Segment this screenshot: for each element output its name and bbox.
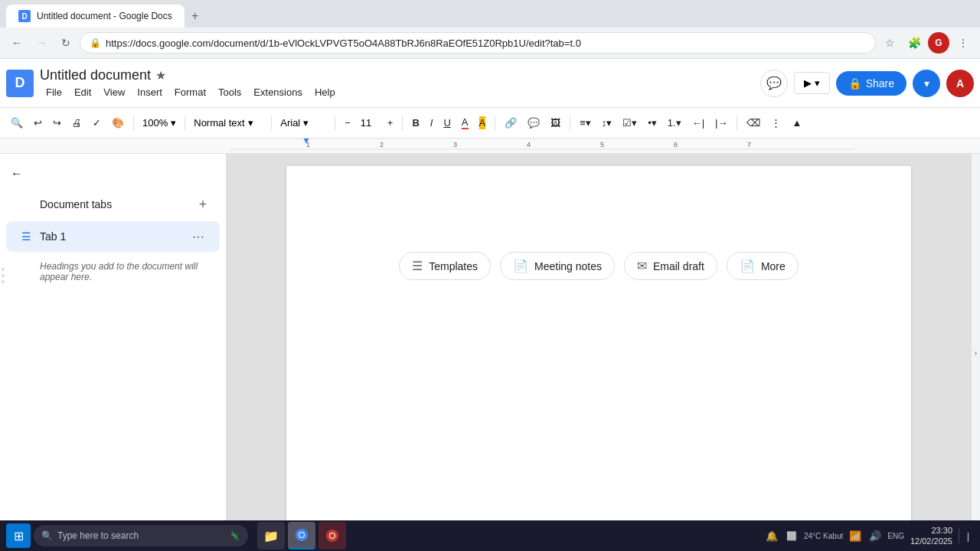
menu-view[interactable]: View bbox=[97, 85, 131, 99]
svg-text:7: 7 bbox=[747, 141, 751, 148]
comment-button[interactable]: 💬 bbox=[760, 70, 788, 97]
font-size-value: 11 bbox=[361, 117, 371, 129]
chrome2-icon bbox=[325, 529, 339, 543]
back-button[interactable]: ← bbox=[6, 32, 28, 54]
taskbar: ⊞ 🔍 Type here to search 🦎 📁 🔔 ⬜ 24°C Kab bbox=[0, 520, 980, 551]
bookmark-button[interactable]: ☆ bbox=[879, 32, 900, 54]
menu-insert[interactable]: Insert bbox=[131, 85, 168, 99]
tab1-item[interactable]: ☰ Tab 1 ⋯ bbox=[6, 221, 220, 252]
italic-button[interactable]: I bbox=[426, 112, 438, 134]
undo-button[interactable]: ↩ bbox=[29, 112, 47, 134]
email-draft-icon: ✉ bbox=[637, 259, 647, 273]
underline-button[interactable]: U bbox=[439, 112, 455, 134]
page-margin-indicator bbox=[0, 0, 6, 551]
doc-area[interactable]: ☰ Templates 📄 Meeting notes ✉ Email draf… bbox=[227, 154, 971, 551]
email-draft-chip[interactable]: ✉ Email draft bbox=[624, 252, 717, 280]
search-mascot: 🦎 bbox=[229, 530, 240, 541]
share-button[interactable]: 🔒 Share bbox=[836, 71, 906, 96]
extensions-button[interactable]: 🧩 bbox=[903, 32, 925, 54]
browser-tab[interactable]: D Untitled document - Google Docs bbox=[6, 5, 185, 28]
show-desktop-button[interactable]: | bbox=[959, 528, 974, 543]
new-tab-button[interactable]: + bbox=[188, 8, 203, 24]
template-chip[interactable]: ☰ Templates bbox=[399, 252, 491, 280]
link-button[interactable]: 🔗 bbox=[500, 112, 521, 134]
bold-button[interactable]: B bbox=[407, 112, 423, 134]
browser-actions: ☆ 🧩 G ⋮ bbox=[879, 32, 974, 54]
divider-3 bbox=[271, 116, 272, 131]
taskbar-search[interactable]: 🔍 Type here to search 🦎 bbox=[34, 525, 248, 546]
menu-edit[interactable]: Edit bbox=[68, 85, 97, 99]
text-color-button[interactable]: A bbox=[457, 112, 473, 134]
add-tab-button[interactable]: + bbox=[192, 194, 214, 215]
toggle-chevron: › bbox=[975, 349, 977, 357]
taskbar-app-chrome[interactable] bbox=[288, 522, 315, 549]
doc-suggestions: ☰ Templates 📄 Meeting notes ✉ Email draf… bbox=[360, 252, 838, 280]
docs-logo-letter: D bbox=[15, 75, 25, 91]
checklist-button[interactable]: ☑▾ bbox=[618, 112, 642, 134]
collapse-toolbar-button[interactable]: ▲ bbox=[787, 112, 806, 134]
taskbar-sys-icons: 🔔 ⬜ 24°C Kabut 📶 🔊 ENG bbox=[764, 528, 904, 543]
font-size-input[interactable]: 11 bbox=[357, 112, 381, 134]
divider-5 bbox=[402, 116, 403, 131]
meeting-notes-label: Meeting notes bbox=[534, 260, 602, 272]
align-button[interactable]: ≡▾ bbox=[575, 112, 596, 134]
doc-page[interactable]: ☰ Templates 📄 Meeting notes ✉ Email draf… bbox=[286, 166, 911, 549]
menu-tools[interactable]: Tools bbox=[212, 85, 247, 99]
redo-button[interactable]: ↪ bbox=[48, 112, 66, 134]
paint-format-button[interactable]: 🎨 bbox=[107, 112, 129, 134]
refresh-button[interactable]: ↻ bbox=[55, 32, 77, 54]
print-button[interactable]: 🖨 bbox=[67, 112, 87, 134]
highlight-button[interactable]: A bbox=[475, 112, 491, 134]
divider-2 bbox=[185, 116, 185, 131]
present-button[interactable]: ▶ ▾ bbox=[794, 72, 830, 94]
menu-format[interactable]: Format bbox=[168, 85, 212, 99]
right-sidebar-toggle[interactable]: › bbox=[971, 154, 980, 551]
meeting-notes-chip[interactable]: 📄 Meeting notes bbox=[500, 252, 615, 280]
start-button[interactable]: ⊞ bbox=[6, 523, 31, 548]
divider-8 bbox=[737, 116, 737, 131]
image-insert-button[interactable]: 🖼 bbox=[546, 112, 565, 134]
address-bar[interactable]: 🔒 https://docs.google.com/document/d/1b-… bbox=[80, 32, 876, 54]
menu-extensions[interactable]: Extensions bbox=[247, 85, 309, 99]
doc-title-row: Untitled document ★ bbox=[40, 67, 754, 83]
sidebar-back-button[interactable]: ← bbox=[6, 163, 28, 184]
indent-increase-button[interactable]: |→ bbox=[710, 112, 732, 134]
divider-6 bbox=[495, 116, 495, 131]
text-style-select[interactable]: Normal text ▾ bbox=[190, 112, 266, 134]
favicon-icon: D bbox=[18, 10, 31, 22]
taskbar-app-files[interactable]: 📁 bbox=[257, 522, 285, 549]
browser-profile-avatar[interactable]: G bbox=[928, 32, 949, 54]
clear-format-button[interactable]: ⌫ bbox=[742, 112, 765, 134]
spellcheck-button[interactable]: ✓ bbox=[88, 112, 106, 134]
zoom-select[interactable]: 100% ▾ bbox=[139, 112, 180, 134]
indent-decrease-button[interactable]: ←| bbox=[688, 112, 709, 134]
line-spacing-button[interactable]: ↕▾ bbox=[597, 112, 617, 134]
font-size-decrease[interactable]: − bbox=[340, 112, 355, 134]
more-chip[interactable]: 📄 More bbox=[727, 252, 799, 280]
present-icon: ▶ bbox=[804, 77, 812, 89]
user-avatar[interactable]: A bbox=[946, 70, 974, 97]
browser-menu-button[interactable]: ⋮ bbox=[952, 32, 974, 54]
font-select[interactable]: Arial ▾ bbox=[276, 112, 330, 134]
bullet-list-button[interactable]: •▾ bbox=[643, 112, 662, 134]
share-caret-button[interactable]: ▾ bbox=[913, 70, 940, 97]
svg-text:2: 2 bbox=[380, 141, 384, 148]
comment-insert-button[interactable]: 💬 bbox=[523, 112, 544, 134]
doc-star-icon[interactable]: ★ bbox=[155, 68, 166, 83]
taskbar-app-chrome2[interactable] bbox=[318, 522, 346, 549]
forward-button[interactable]: → bbox=[31, 32, 52, 54]
menu-help[interactable]: Help bbox=[309, 85, 341, 99]
template-label: Templates bbox=[429, 260, 478, 272]
svg-point-14 bbox=[330, 533, 335, 538]
font-size-increase[interactable]: + bbox=[383, 112, 398, 134]
more-format-button[interactable]: ⋮ bbox=[766, 112, 786, 134]
tab1-more-button[interactable]: ⋯ bbox=[189, 227, 207, 246]
volume-icon: 🔊 bbox=[867, 528, 883, 543]
network-icon: 📶 bbox=[848, 528, 863, 543]
text-style-value: Normal text bbox=[194, 117, 244, 129]
menu-file[interactable]: File bbox=[40, 85, 68, 99]
doc-title[interactable]: Untitled document bbox=[40, 67, 151, 83]
numbered-list-button[interactable]: 1.▾ bbox=[663, 112, 686, 134]
search-toolbar-btn[interactable]: 🔍 bbox=[6, 112, 28, 134]
language-text: ENG bbox=[887, 532, 904, 540]
